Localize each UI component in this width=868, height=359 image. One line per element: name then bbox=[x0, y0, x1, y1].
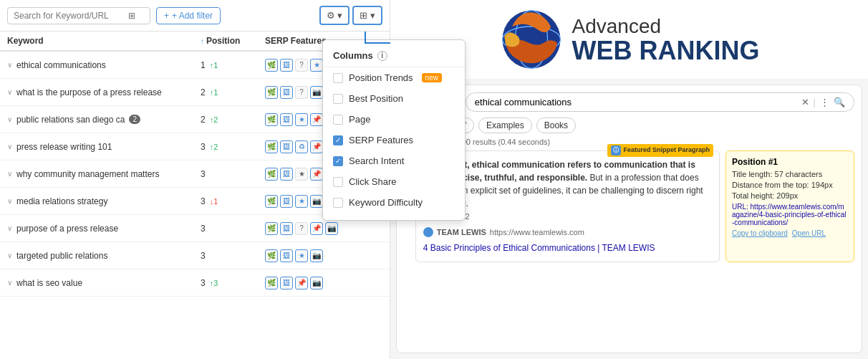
columns-label: Search Intent bbox=[349, 155, 404, 166]
filter-tab-books[interactable]: Books bbox=[536, 118, 576, 133]
serp-icon-image: 🖼 bbox=[280, 195, 293, 208]
columns-item-click-share[interactable]: Click Share bbox=[323, 171, 465, 192]
sort-up-icon: ↑ bbox=[201, 37, 204, 45]
serp-icon-photo: 📷 bbox=[325, 222, 338, 235]
columns-item-best-position[interactable]: Best Position bbox=[323, 88, 465, 109]
filter-tab-examples[interactable]: Examples bbox=[478, 118, 532, 133]
trend-indicator: ↑2 bbox=[210, 115, 218, 124]
serp-icon-image: 🖼 bbox=[280, 140, 293, 153]
copy-clipboard-link[interactable]: Copy to clipboard bbox=[732, 229, 788, 237]
row-expand-icon[interactable]: ∨ bbox=[7, 197, 12, 205]
snippet-icon: ⓘ bbox=[611, 145, 621, 155]
row-expand-icon[interactable]: ∨ bbox=[7, 279, 12, 287]
serp-icon-question: ? bbox=[295, 59, 308, 72]
checkbox-search-intent[interactable]: ✓ bbox=[333, 156, 343, 166]
keyword-text: public relations san diego ca bbox=[16, 115, 125, 125]
serp-icon-leaf: 🌿 bbox=[265, 168, 278, 181]
position-value: 3 bbox=[201, 278, 206, 288]
columns-label: Best Position bbox=[349, 93, 403, 104]
search-input[interactable] bbox=[14, 11, 128, 21]
trend-indicator: ↑3 bbox=[210, 279, 218, 287]
columns-item-search-intent[interactable]: ✓ Search Intent bbox=[323, 150, 465, 171]
position-value: 3 bbox=[201, 196, 206, 206]
keyword-text: press release writing 101 bbox=[16, 142, 112, 152]
keyword-text: why community management matters bbox=[16, 169, 159, 179]
columns-label: Position Trends bbox=[349, 72, 413, 83]
snippet-text: Simply put, ethical communication refers… bbox=[423, 158, 712, 210]
search-submit-icon[interactable]: 🔍 bbox=[834, 97, 845, 107]
row-expand-icon[interactable]: ∨ bbox=[7, 252, 12, 259]
serp-icon-leaf: 🌿 bbox=[265, 195, 278, 208]
position-value: 2 bbox=[201, 87, 206, 97]
trend-indicator: ↓1 bbox=[210, 197, 218, 206]
serp-icon-photo: 📷 bbox=[310, 195, 323, 208]
columns-label: Keyword Difficulty bbox=[349, 197, 423, 208]
columns-icon: ⊞ ▾ bbox=[360, 10, 375, 21]
title-length: Title length: 57 characters bbox=[732, 170, 848, 178]
google-panel: Google ✕ | ⋮ 🔍 News Pdf Examples Books bbox=[396, 85, 862, 353]
keyword-text: what is seo value bbox=[16, 278, 82, 288]
serp-icons: 🌿 🖼 ? 📌 📷 bbox=[265, 222, 382, 235]
row-expand-icon[interactable]: ∨ bbox=[7, 224, 12, 232]
position-value: 3 bbox=[201, 142, 206, 152]
serp-icon-recycle: ♻ bbox=[295, 140, 308, 153]
checkbox-click-share[interactable] bbox=[333, 177, 343, 187]
serp-icon-photo: 📷 bbox=[310, 249, 323, 262]
serp-icon-leaf: 🌿 bbox=[265, 140, 278, 153]
filter-icon: ⚙ ▾ bbox=[327, 10, 343, 21]
serp-icon-image: 🖼 bbox=[280, 113, 293, 126]
search-box[interactable]: ⊞ bbox=[7, 7, 150, 24]
checkbox-best-position[interactable] bbox=[333, 94, 343, 104]
position-header[interactable]: ↑ Position bbox=[201, 36, 265, 46]
google-search-bar[interactable]: ✕ | ⋮ 🔍 bbox=[466, 92, 854, 112]
row-expand-icon[interactable]: ∨ bbox=[7, 115, 12, 123]
trend-indicator: ↑2 bbox=[210, 143, 218, 151]
open-url-link[interactable]: Open URL bbox=[792, 229, 826, 237]
checkbox-keyword-difficulty[interactable] bbox=[333, 198, 343, 208]
position-value: 3 bbox=[201, 224, 206, 234]
columns-button[interactable]: ⊞ ▾ bbox=[352, 6, 382, 25]
columns-item-position-trends[interactable]: Position Trends new bbox=[323, 67, 465, 88]
position-card-actions: Copy to clipboard Open URL bbox=[732, 229, 848, 237]
serp-icon-star: ★ bbox=[295, 249, 308, 262]
columns-item-serp-features[interactable]: ✓ SERP Features bbox=[323, 130, 465, 150]
row-expand-icon[interactable]: ∨ bbox=[7, 143, 12, 150]
position-value: 1 bbox=[201, 60, 206, 70]
serp-icon-leaf: 🌿 bbox=[265, 222, 278, 235]
new-badge: new bbox=[422, 73, 442, 82]
serp-icon-image: 🖼 bbox=[280, 59, 293, 72]
result-link[interactable]: 4 Basic Principles of Ethical Communicat… bbox=[423, 241, 712, 254]
checkbox-serp-features[interactable]: ✓ bbox=[333, 135, 343, 145]
serp-icon-pin: 📌 bbox=[295, 277, 308, 289]
row-expand-icon[interactable]: ∨ bbox=[7, 61, 12, 69]
filter-options-button[interactable]: ⚙ ▾ bbox=[319, 6, 350, 25]
position-url: URL: https://www.teamlewis.com/magazine/… bbox=[732, 203, 848, 226]
columns-dropdown: Columns i Position Trends new Best Posit… bbox=[322, 39, 466, 221]
keyword-text: ethical communications bbox=[16, 60, 106, 70]
voice-icon[interactable]: ⋮ bbox=[820, 97, 829, 107]
search-icon-button[interactable]: ⊞ bbox=[128, 11, 135, 21]
serp-icon-leaf: 🌿 bbox=[265, 249, 278, 262]
source-name: TEAM LEWIS bbox=[437, 226, 486, 239]
columns-item-page[interactable]: Page bbox=[323, 109, 465, 130]
row-expand-icon[interactable]: ∨ bbox=[7, 88, 12, 96]
info-icon: i bbox=[377, 51, 387, 61]
keyword-text: what is the purpose of a press release bbox=[16, 87, 162, 97]
checkbox-page[interactable] bbox=[333, 115, 343, 125]
serp-icon-star: ★ bbox=[310, 59, 323, 72]
serp-icon-leaf: 🌿 bbox=[265, 277, 278, 289]
add-filter-button[interactable]: + + Add filter bbox=[156, 7, 221, 24]
row-expand-icon[interactable]: ∨ bbox=[7, 170, 12, 178]
serp-icon-pin: 📌 bbox=[310, 113, 323, 126]
distance-info: Distance from the top: 194px bbox=[732, 181, 848, 189]
logo-text-top: Advanced bbox=[572, 15, 760, 38]
columns-item-keyword-difficulty[interactable]: Keyword Difficulty bbox=[323, 192, 465, 213]
serp-icon-photo: 📷 bbox=[310, 277, 323, 289]
serp-icons: 🌿 🖼 ★ 📷 bbox=[265, 249, 382, 262]
clear-icon[interactable]: ✕ bbox=[801, 97, 809, 107]
logo-globe-icon bbox=[499, 7, 564, 72]
google-search-input[interactable] bbox=[475, 97, 801, 107]
checkbox-position-trends[interactable] bbox=[333, 73, 343, 83]
result-container: 1 ⓘ Featured Snippet Paragraph Simply pu… bbox=[404, 150, 854, 262]
serp-icon-pin: 📌 bbox=[310, 168, 323, 181]
